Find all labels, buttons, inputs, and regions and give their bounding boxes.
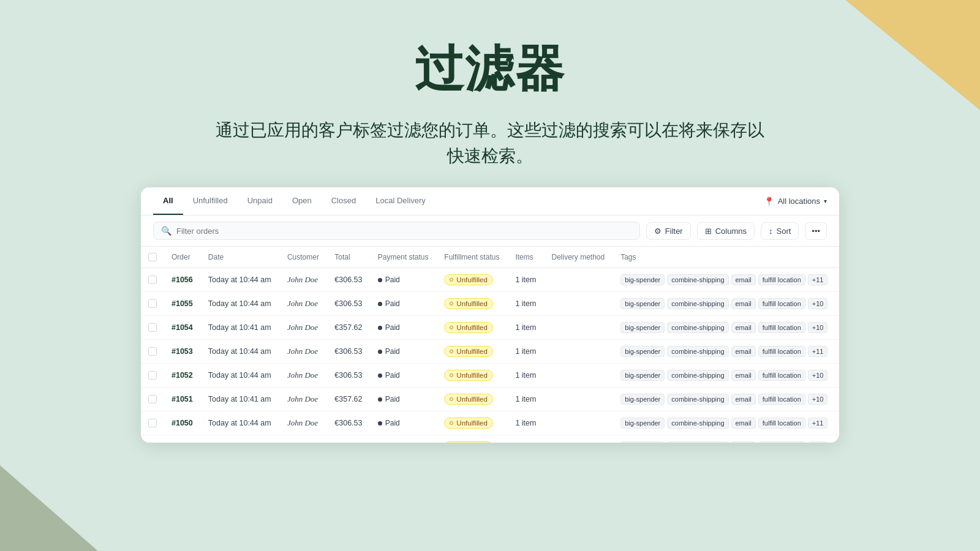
select-all-checkbox[interactable]: [148, 253, 157, 261]
row-checkbox[interactable]: [148, 419, 157, 427]
customer-name[interactable]: John Doe: [287, 394, 318, 403]
tag: email: [731, 346, 756, 357]
tag: email: [731, 394, 756, 405]
paid-dot: [378, 421, 382, 425]
delivery-method: [545, 316, 614, 340]
payment-badge: Paid: [378, 395, 400, 403]
filter-icon: ⚙: [654, 227, 662, 236]
payment-badge: Paid: [378, 419, 400, 427]
tag: fulfill location: [758, 322, 805, 333]
tag: combine-shipping: [667, 274, 728, 285]
tab-unfulfilled[interactable]: Unfulfilled: [183, 187, 238, 215]
table-row[interactable]: #1051 Today at 10:41 am John Doe €357.62…: [141, 388, 839, 411]
customer-name[interactable]: John Doe: [287, 275, 318, 284]
tags-cell: big-spendercombine-shippingemailfulfill …: [620, 346, 832, 357]
paid-dot: [378, 397, 382, 402]
row-checkbox[interactable]: [148, 299, 157, 308]
fulfillment-badge: Unfulfilled: [444, 298, 493, 309]
tab-closed[interactable]: Closed: [322, 187, 366, 215]
customer-name[interactable]: John Doe: [287, 299, 318, 308]
tag: combine-shipping: [667, 298, 728, 309]
customer-name[interactable]: John Doe: [287, 323, 318, 332]
order-items: 1 item: [508, 268, 544, 292]
order-number[interactable]: #1054: [172, 323, 193, 332]
row-checkbox[interactable]: [148, 395, 157, 403]
sort-label: Sort: [777, 227, 791, 236]
unfulfilled-dot: [450, 350, 453, 353]
row-checkbox[interactable]: [148, 347, 157, 356]
row-checkbox[interactable]: [148, 276, 157, 284]
order-number[interactable]: #1051: [172, 395, 193, 403]
unfulfilled-dot: [450, 326, 453, 329]
customer-name[interactable]: John Doe: [287, 418, 318, 427]
order-items: 1 item: [508, 364, 544, 388]
tag: big-spender: [620, 441, 665, 443]
delivery-method: [545, 292, 614, 316]
order-items: 1 item: [508, 340, 544, 364]
unfulfilled-dot: [450, 373, 453, 377]
order-total: €306.53: [327, 268, 370, 292]
sort-button[interactable]: ↕ Sort: [761, 222, 799, 240]
payment-badge: Paid: [378, 299, 400, 308]
filter-button[interactable]: ⚙ Filter: [646, 222, 691, 240]
page-subtitle: 通过已应用的客户标签过滤您的订单。这些过滤的搜索可以在将来保存以快速检索。: [214, 118, 766, 169]
order-date: Today at 10:41 am: [201, 388, 280, 411]
tag: combine-shipping: [667, 418, 728, 429]
table-row[interactable]: #1053 Today at 10:44 am John Doe €306.53…: [141, 340, 839, 364]
customer-name[interactable]: John Doe: [287, 442, 318, 443]
table-row[interactable]: #1050 Today at 10:44 am John Doe €306.53…: [141, 411, 839, 435]
table-row[interactable]: #1055 Today at 10:44 am John Doe €306.53…: [141, 292, 839, 316]
toolbar: 🔍 ⚙ Filter ⊞ Columns ↕ Sort •••: [141, 216, 839, 247]
col-order: Order: [164, 247, 201, 268]
order-number[interactable]: #1052: [172, 371, 193, 380]
tab-open[interactable]: Open: [282, 187, 322, 215]
order-number[interactable]: #1056: [172, 276, 193, 284]
filter-label: Filter: [665, 227, 683, 236]
tab-local-delivery[interactable]: Local Delivery: [366, 187, 435, 215]
tag-more: +10: [808, 322, 828, 333]
tag: fulfill location: [758, 346, 805, 357]
more-button[interactable]: •••: [805, 222, 827, 240]
customer-name[interactable]: John Doe: [287, 370, 318, 380]
tag: fulfill location: [758, 418, 805, 429]
row-checkbox[interactable]: [148, 371, 157, 380]
order-number[interactable]: #1050: [172, 419, 193, 427]
fulfillment-badge: Unfulfilled: [444, 346, 493, 357]
fulfillment-badge: Unfulfilled: [444, 394, 493, 405]
payment-badge: Paid: [378, 323, 400, 332]
table-row[interactable]: #1052 Today at 10:44 am John Doe €306.53…: [141, 364, 839, 388]
table-row[interactable]: #1049 Today at 10:44 am John Doe €306.53…: [141, 435, 839, 443]
tag: fulfill location: [758, 394, 805, 405]
tab-all[interactable]: All: [153, 187, 183, 215]
order-number[interactable]: #1053: [172, 347, 193, 356]
table-scroll-container[interactable]: Order Date Customer Total Payment status…: [141, 247, 839, 443]
order-items: 1 item: [508, 435, 544, 443]
table-row[interactable]: #1054 Today at 10:41 am John Doe €357.62…: [141, 316, 839, 340]
search-input[interactable]: [176, 227, 632, 236]
sort-icon: ↕: [769, 227, 773, 236]
col-payment: Payment status: [371, 247, 437, 268]
table-row[interactable]: #1056 Today at 10:44 am John Doe €306.53…: [141, 268, 839, 292]
location-selector[interactable]: 📍 All locations ▾: [764, 197, 827, 206]
fulfillment-badge: Unfulfilled: [444, 418, 493, 429]
tag: big-spender: [620, 394, 665, 405]
order-total: €306.53: [327, 435, 370, 443]
col-fulfillment: Fulfillment status: [437, 247, 508, 268]
tag: combine-shipping: [667, 322, 728, 333]
unfulfilled-dot: [450, 278, 453, 282]
search-box[interactable]: 🔍: [153, 222, 640, 240]
tab-unpaid[interactable]: Unpaid: [238, 187, 282, 215]
search-icon: 🔍: [161, 226, 172, 236]
row-checkbox[interactable]: [148, 323, 157, 332]
tag: big-spender: [620, 418, 665, 429]
tag: combine-shipping: [667, 370, 728, 381]
order-date: Today at 10:44 am: [201, 340, 280, 364]
payment-badge: Paid: [378, 371, 400, 380]
customer-name[interactable]: John Doe: [287, 347, 318, 356]
delivery-method: [545, 340, 614, 364]
tags-cell: big-spendercombine-shippingemailfulfill …: [620, 418, 832, 429]
tag-more: +11: [808, 418, 828, 429]
tag: email: [731, 441, 756, 443]
columns-button[interactable]: ⊞ Columns: [697, 222, 755, 240]
order-number[interactable]: #1055: [172, 299, 193, 308]
